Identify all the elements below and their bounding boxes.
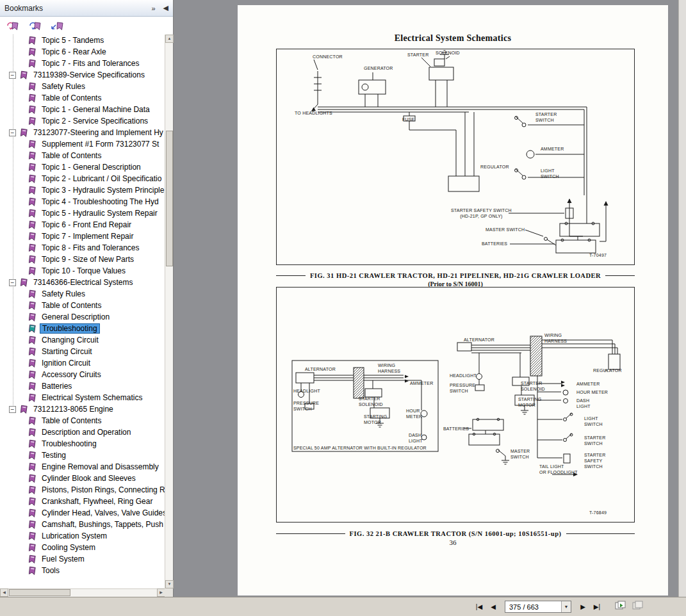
bookmark-flag-icon <box>28 543 37 553</box>
bookmark-item[interactable]: Fuel System <box>0 553 165 565</box>
bookmark-item[interactable]: Topic 1 - General Machine Data <box>0 104 165 115</box>
next-page-button[interactable]: ▶ <box>576 601 589 613</box>
bookmark-item[interactable]: Ignition Circuit <box>0 357 165 369</box>
bookmark-item[interactable]: Description and Operation <box>0 426 165 438</box>
bookmark-flag-icon <box>28 497 37 507</box>
bookmark-item[interactable]: Tools <box>0 565 165 576</box>
bookmark-item[interactable]: Cylinder Blook and Sleeves <box>0 473 165 484</box>
bookmark-item[interactable]: Batteries <box>0 380 165 392</box>
bookmark-item[interactable]: Topic 7 - Implement Repair <box>0 231 165 242</box>
bookmark-item[interactable]: Changing Circuit <box>0 334 165 346</box>
bookmark-item[interactable]: Crankshaft, Flywheel, Ring Gear <box>0 496 165 507</box>
bookmark-item[interactable]: General Description <box>0 311 165 323</box>
panel-menu-icon[interactable]: » <box>151 4 155 12</box>
page-number-combobox[interactable]: 375 / 663 ▼ <box>505 601 571 613</box>
bookmark-flag-icon <box>28 59 37 69</box>
figure-31-caption-text: FIG. 31 HD-21 CRAWLER TRACTOR, HD-21 PIP… <box>310 272 601 279</box>
diagram-label: TO HEADLIGHTS <box>295 111 332 117</box>
bookmark-flag-icon <box>28 485 37 495</box>
bookmark-label: Tools <box>40 565 61 576</box>
diagram-label: STARTING MOTOR <box>364 414 387 426</box>
bookmark-flag-icon <box>28 531 37 541</box>
diagram-label: STARTER SAFETY SWITCH <box>584 453 605 469</box>
bookmark-item[interactable]: Supplement #1 Form 73123077 St <box>0 138 165 150</box>
bookmark-flag-icon <box>28 197 37 207</box>
bookmark-item[interactable]: Topic 7 - Fits and Tolerances <box>0 58 165 69</box>
bookmark-tool-icon-1[interactable] <box>6 20 19 31</box>
bookmark-flag-icon <box>28 312 37 322</box>
bookmark-item[interactable]: Topic 5 - Hydraulic System Repair <box>0 207 165 219</box>
bookmark-item[interactable]: Table of Contents <box>0 92 165 104</box>
vertical-scrollbar-thumb[interactable] <box>166 131 173 266</box>
cascade-windows-icon[interactable] <box>632 601 643 613</box>
bookmark-item[interactable]: Safety Rules <box>0 81 165 92</box>
first-page-button[interactable]: |◀ <box>473 601 486 613</box>
bookmark-item[interactable]: Lubrication System <box>0 530 165 542</box>
collapse-expander-icon[interactable]: − <box>9 129 16 136</box>
bookmark-flag-icon <box>28 243 37 253</box>
bookmark-label: Changing Circuit <box>40 335 101 345</box>
bookmark-item[interactable]: Table of Contents <box>0 150 165 161</box>
diagram-label: STARTER SAFETY SWITCH (HD-21P, GP ONLY) <box>451 208 512 220</box>
bookmark-flag-icon <box>28 508 37 518</box>
diagram-label: BATTERIES <box>482 241 507 247</box>
bookmark-item[interactable]: Engine Removal and Disassembly <box>0 461 165 473</box>
last-page-button[interactable]: ▶| <box>591 601 603 613</box>
bookmark-item[interactable]: Pistons, Piston Rings, Connecting R <box>0 484 165 496</box>
bookmark-item[interactable]: Camshaft, Bushings, Tappets, Push <box>0 519 165 530</box>
bookmark-parent-item[interactable]: −73121213-8065 Engine <box>0 403 165 415</box>
bookmark-item[interactable]: Topic 2 - Service Specifications <box>0 115 165 127</box>
bookmark-item[interactable]: Troubleshooting <box>0 323 165 334</box>
bookmark-item[interactable]: Topic 9 - Size of New Parts <box>0 254 165 265</box>
bookmark-label: 73146366-Electrical Systems <box>31 277 135 288</box>
bookmark-item[interactable]: Topic 5 - Tandems <box>0 35 165 46</box>
document-scrollbar-track[interactable] <box>678 0 686 597</box>
collapse-expander-icon[interactable]: − <box>9 72 16 79</box>
bookmarks-horizontal-scrollbar[interactable]: ◀ ▶ <box>0 588 165 597</box>
bookmark-parent-item[interactable]: −73146366-Electrical Systems <box>0 277 165 288</box>
bookmark-item[interactable]: Troubleshooting <box>0 438 165 450</box>
bookmark-item[interactable]: Topic 3 - Hydraulic System Principle <box>0 184 165 196</box>
bookmark-item[interactable]: Table of Contents <box>0 415 165 426</box>
combo-dropdown-icon[interactable]: ▼ <box>561 601 571 612</box>
collapse-panel-icon[interactable]: ◀ <box>163 4 168 12</box>
collapse-expander-icon[interactable]: − <box>9 406 16 413</box>
bookmark-item[interactable]: Topic 8 - Fits and Tolerances <box>0 242 165 254</box>
bookmark-item[interactable]: Safety Rules <box>0 288 165 300</box>
bookmark-item[interactable]: Cooling System <box>0 542 165 553</box>
bookmark-item[interactable]: Electrical System Schematics <box>0 392 165 403</box>
bookmark-item[interactable]: Cylinder Head, Valves, Valve Guides <box>0 507 165 519</box>
diagram-label: FUSE <box>402 117 414 123</box>
bookmark-flag-icon <box>28 370 37 380</box>
bookmark-item[interactable]: Topic 6 - Front End Repair <box>0 219 165 231</box>
bookmark-item[interactable]: Accessory Ciruits <box>0 369 165 380</box>
bookmark-flag-icon <box>28 209 37 218</box>
scroll-left-icon[interactable]: ◀ <box>0 588 8 597</box>
bookmark-flag-icon <box>28 451 37 460</box>
bookmark-parent-item[interactable]: −73119389-Service Specifications <box>0 69 165 81</box>
bookmark-item[interactable]: Table of Contents <box>0 300 165 311</box>
previous-page-button[interactable]: ◀ <box>487 601 500 613</box>
bookmark-parent-item[interactable]: −73123077-Steering and Implement Hy <box>0 127 165 138</box>
bookmark-item[interactable]: Starting Circuit <box>0 346 165 357</box>
bookmark-item[interactable]: Topic 2 - Lubricant / Oil Specificatio <box>0 173 165 184</box>
scroll-up-icon[interactable]: ▲ <box>165 35 174 43</box>
detach-window-icon[interactable] <box>615 601 626 613</box>
bookmark-item[interactable]: Topic 6 - Rear Axle <box>0 46 165 58</box>
bookmark-item[interactable]: Topic 1 - General Description <box>0 161 165 173</box>
bookmark-item[interactable]: Testing <box>0 450 165 461</box>
page-title: Electrical System Schematics <box>238 33 668 44</box>
bookmark-label: Description and Operation <box>40 427 133 437</box>
pdf-page: Electrical System Schematics <box>238 5 668 596</box>
bookmark-flag-icon <box>28 416 37 426</box>
scroll-down-icon[interactable]: ▼ <box>165 580 174 588</box>
diagram-label: LIGHT SWITCH <box>541 168 559 180</box>
bookmark-item[interactable]: Topic 10 - Torque Values <box>0 265 165 277</box>
page-number-value[interactable]: 375 / 663 <box>505 603 561 611</box>
bookmark-tool-icon-3[interactable] <box>51 20 64 31</box>
bookmarks-vertical-scrollbar[interactable]: ▲ ▼ <box>165 35 173 588</box>
bookmark-item[interactable]: Topic 4 - Troubleshooting The Hyd <box>0 196 165 207</box>
collapse-expander-icon[interactable]: − <box>9 279 16 286</box>
horizontal-scrollbar-thumb[interactable] <box>9 589 70 596</box>
bookmark-tool-icon-2[interactable] <box>28 20 42 31</box>
